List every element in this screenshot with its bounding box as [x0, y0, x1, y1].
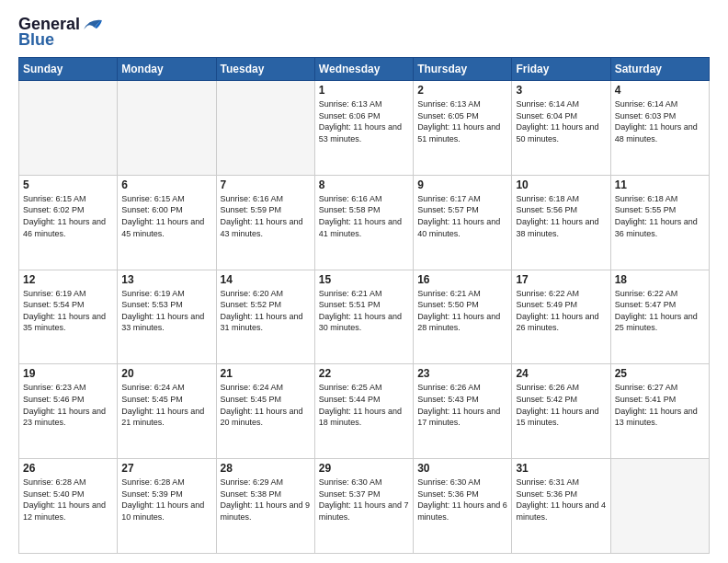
calendar-cell: 19Sunrise: 6:23 AMSunset: 5:46 PMDayligh…	[19, 364, 118, 459]
day-number: 16	[417, 273, 507, 286]
calendar-cell: 5Sunrise: 6:15 AMSunset: 6:02 PMDaylight…	[19, 175, 118, 270]
day-number: 11	[615, 178, 705, 191]
day-header-monday: Monday	[118, 58, 216, 81]
cell-info: Sunrise: 6:19 AMSunset: 5:54 PMDaylight:…	[23, 288, 113, 334]
day-number: 7	[221, 178, 311, 191]
calendar-cell	[19, 81, 118, 176]
calendar-body: 1Sunrise: 6:13 AMSunset: 6:06 PMDaylight…	[19, 81, 710, 554]
calendar-cell: 20Sunrise: 6:24 AMSunset: 5:45 PMDayligh…	[118, 364, 216, 459]
day-number: 6	[121, 178, 211, 191]
week-row-5: 26Sunrise: 6:28 AMSunset: 5:40 PMDayligh…	[19, 459, 710, 554]
cell-info: Sunrise: 6:30 AMSunset: 5:36 PMDaylight:…	[417, 477, 507, 523]
day-number: 31	[516, 462, 606, 475]
cell-info: Sunrise: 6:16 AMSunset: 5:59 PMDaylight:…	[221, 193, 311, 239]
cell-info: Sunrise: 6:26 AMSunset: 5:43 PMDaylight:…	[417, 382, 507, 428]
day-header-sunday: Sunday	[19, 58, 118, 81]
day-number: 24	[516, 367, 606, 380]
day-number: 3	[516, 84, 606, 97]
day-number: 21	[221, 367, 311, 380]
day-header-wednesday: Wednesday	[314, 58, 413, 81]
cell-info: Sunrise: 6:30 AMSunset: 5:37 PMDaylight:…	[319, 477, 409, 523]
calendar-cell: 22Sunrise: 6:25 AMSunset: 5:44 PMDayligh…	[314, 364, 413, 459]
calendar-cell: 29Sunrise: 6:30 AMSunset: 5:37 PMDayligh…	[314, 459, 413, 554]
calendar-cell: 16Sunrise: 6:21 AMSunset: 5:50 PMDayligh…	[414, 270, 512, 364]
calendar-cell: 1Sunrise: 6:13 AMSunset: 6:06 PMDaylight…	[314, 81, 413, 176]
day-number: 5	[23, 178, 113, 191]
calendar-cell: 4Sunrise: 6:14 AMSunset: 6:03 PMDaylight…	[610, 81, 709, 176]
week-row-2: 5Sunrise: 6:15 AMSunset: 6:02 PMDaylight…	[19, 175, 710, 270]
cell-info: Sunrise: 6:18 AMSunset: 5:55 PMDaylight:…	[615, 193, 705, 239]
cell-info: Sunrise: 6:18 AMSunset: 5:56 PMDaylight:…	[516, 193, 606, 239]
calendar-page: General Blue SundayMondayTuesdayWednesda…	[0, 0, 728, 563]
calendar-cell	[610, 459, 709, 554]
days-header-row: SundayMondayTuesdayWednesdayThursdayFrid…	[19, 58, 710, 81]
calendar-cell: 30Sunrise: 6:30 AMSunset: 5:36 PMDayligh…	[414, 459, 512, 554]
calendar-cell: 7Sunrise: 6:16 AMSunset: 5:59 PMDaylight…	[216, 175, 314, 270]
day-number: 23	[417, 367, 507, 380]
cell-info: Sunrise: 6:28 AMSunset: 5:40 PMDaylight:…	[23, 477, 113, 523]
day-number: 4	[615, 84, 705, 97]
day-number: 27	[121, 462, 211, 475]
day-number: 29	[319, 462, 409, 475]
calendar-cell: 28Sunrise: 6:29 AMSunset: 5:38 PMDayligh…	[216, 459, 314, 554]
calendar-cell: 14Sunrise: 6:20 AMSunset: 5:52 PMDayligh…	[216, 270, 314, 364]
day-number: 19	[23, 367, 113, 380]
day-number: 30	[417, 462, 507, 475]
cell-info: Sunrise: 6:19 AMSunset: 5:53 PMDaylight:…	[121, 288, 211, 334]
calendar-table: SundayMondayTuesdayWednesdayThursdayFrid…	[18, 57, 710, 554]
cell-info: Sunrise: 6:14 AMSunset: 6:03 PMDaylight:…	[615, 98, 705, 144]
cell-info: Sunrise: 6:20 AMSunset: 5:52 PMDaylight:…	[221, 288, 311, 334]
calendar-cell: 6Sunrise: 6:15 AMSunset: 6:00 PMDaylight…	[118, 175, 216, 270]
calendar-cell: 21Sunrise: 6:24 AMSunset: 5:45 PMDayligh…	[216, 364, 314, 459]
logo-blue: Blue	[18, 30, 54, 50]
day-header-friday: Friday	[512, 58, 610, 81]
cell-info: Sunrise: 6:26 AMSunset: 5:42 PMDaylight:…	[516, 382, 606, 428]
day-header-thursday: Thursday	[414, 58, 512, 81]
cell-info: Sunrise: 6:29 AMSunset: 5:38 PMDaylight:…	[221, 477, 311, 523]
day-header-tuesday: Tuesday	[216, 58, 314, 81]
calendar-cell: 10Sunrise: 6:18 AMSunset: 5:56 PMDayligh…	[512, 175, 610, 270]
day-number: 10	[516, 178, 606, 191]
cell-info: Sunrise: 6:24 AMSunset: 5:45 PMDaylight:…	[121, 382, 211, 428]
cell-info: Sunrise: 6:21 AMSunset: 5:50 PMDaylight:…	[417, 288, 507, 334]
day-number: 13	[121, 273, 211, 286]
cell-info: Sunrise: 6:13 AMSunset: 6:05 PMDaylight:…	[417, 98, 507, 144]
calendar-cell	[216, 81, 314, 176]
cell-info: Sunrise: 6:22 AMSunset: 5:49 PMDaylight:…	[516, 288, 606, 334]
calendar-cell: 17Sunrise: 6:22 AMSunset: 5:49 PMDayligh…	[512, 270, 610, 364]
day-number: 12	[23, 273, 113, 286]
day-number: 17	[516, 273, 606, 286]
cell-info: Sunrise: 6:13 AMSunset: 6:06 PMDaylight:…	[319, 98, 409, 144]
week-row-1: 1Sunrise: 6:13 AMSunset: 6:06 PMDaylight…	[19, 81, 710, 176]
calendar-cell: 9Sunrise: 6:17 AMSunset: 5:57 PMDaylight…	[414, 175, 512, 270]
cell-info: Sunrise: 6:31 AMSunset: 5:36 PMDaylight:…	[516, 477, 606, 523]
cell-info: Sunrise: 6:16 AMSunset: 5:58 PMDaylight:…	[319, 193, 409, 239]
calendar-cell: 2Sunrise: 6:13 AMSunset: 6:05 PMDaylight…	[414, 81, 512, 176]
week-row-4: 19Sunrise: 6:23 AMSunset: 5:46 PMDayligh…	[19, 364, 710, 459]
cell-info: Sunrise: 6:22 AMSunset: 5:47 PMDaylight:…	[615, 288, 705, 334]
header: General Blue	[18, 15, 710, 50]
cell-info: Sunrise: 6:28 AMSunset: 5:39 PMDaylight:…	[121, 477, 211, 523]
week-row-3: 12Sunrise: 6:19 AMSunset: 5:54 PMDayligh…	[19, 270, 710, 364]
logo-bird-icon	[82, 17, 102, 33]
calendar-cell: 25Sunrise: 6:27 AMSunset: 5:41 PMDayligh…	[610, 364, 709, 459]
day-number: 20	[121, 367, 211, 380]
day-number: 14	[221, 273, 311, 286]
cell-info: Sunrise: 6:14 AMSunset: 6:04 PMDaylight:…	[516, 98, 606, 144]
cell-info: Sunrise: 6:23 AMSunset: 5:46 PMDaylight:…	[23, 382, 113, 428]
calendar-cell: 15Sunrise: 6:21 AMSunset: 5:51 PMDayligh…	[314, 270, 413, 364]
cell-info: Sunrise: 6:17 AMSunset: 5:57 PMDaylight:…	[417, 193, 507, 239]
calendar-cell: 8Sunrise: 6:16 AMSunset: 5:58 PMDaylight…	[314, 175, 413, 270]
day-header-saturday: Saturday	[610, 58, 709, 81]
calendar-cell: 13Sunrise: 6:19 AMSunset: 5:53 PMDayligh…	[118, 270, 216, 364]
calendar-cell: 11Sunrise: 6:18 AMSunset: 5:55 PMDayligh…	[610, 175, 709, 270]
cell-info: Sunrise: 6:25 AMSunset: 5:44 PMDaylight:…	[319, 382, 409, 428]
day-number: 25	[615, 367, 705, 380]
day-number: 2	[417, 84, 507, 97]
calendar-cell: 31Sunrise: 6:31 AMSunset: 5:36 PMDayligh…	[512, 459, 610, 554]
cell-info: Sunrise: 6:21 AMSunset: 5:51 PMDaylight:…	[319, 288, 409, 334]
day-number: 1	[319, 84, 409, 97]
calendar-cell: 26Sunrise: 6:28 AMSunset: 5:40 PMDayligh…	[19, 459, 118, 554]
day-number: 18	[615, 273, 705, 286]
calendar-cell: 23Sunrise: 6:26 AMSunset: 5:43 PMDayligh…	[414, 364, 512, 459]
